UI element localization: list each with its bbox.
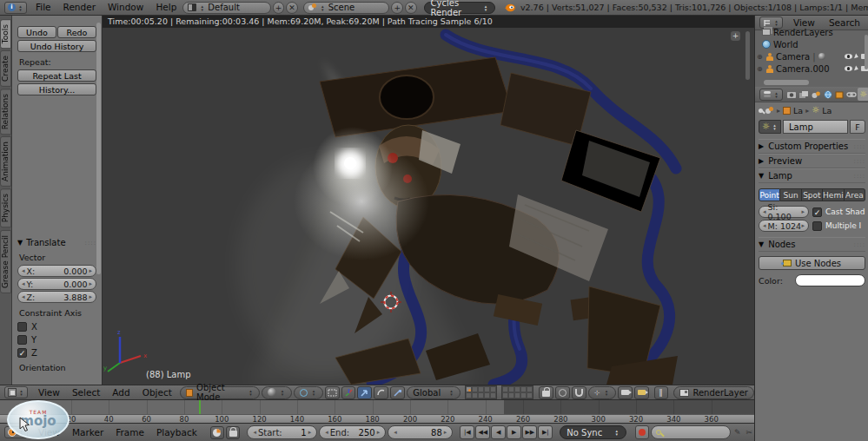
undo-button[interactable]: Undo [17,26,56,38]
layer-toggle[interactable] [520,392,527,398]
layer-toggle[interactable] [514,392,520,398]
scene-selector[interactable]: Scene [303,2,390,14]
pin-icon[interactable] [759,109,763,113]
mode-select[interactable]: Object Mode [180,386,260,399]
lamp-samples-field[interactable]: ◂ M: 1024 ▸ [759,220,809,232]
outliner-item-camera-000[interactable]: ⊕ Camera.000 [755,63,868,75]
shading-select[interactable] [262,386,292,399]
delete-keyframe-button[interactable]: ✂ [744,428,754,437]
topbar-menu-render[interactable]: Render [57,0,102,15]
tool-shelf-tab-create[interactable]: Create [0,50,11,87]
datablock-name-field[interactable]: Lamp [783,120,848,134]
delete-scene-button[interactable]: ✕ [405,2,417,14]
keying-set-field[interactable] [651,425,731,439]
current-frame-indicator[interactable] [199,400,201,414]
topbar-menu-help[interactable]: Help [149,0,182,15]
layer-toggle[interactable] [514,386,520,392]
jump-to-start-button[interactable]: |◀ [460,425,474,439]
lamp-type-button-spot[interactable]: Spot [802,188,823,201]
viewport-scrollbar[interactable] [745,31,750,80]
decrement-icon[interactable]: ◂ [394,429,397,436]
timeline-menu-playback[interactable]: Playback [150,425,203,440]
increment-icon[interactable]: ▸ [801,208,805,215]
tab-lamp-data[interactable]: ☼ [858,88,868,101]
viewport-menu-select[interactable]: Select [66,385,106,400]
decrement-icon[interactable]: ◂ [325,429,328,436]
layer-toggle[interactable] [472,386,478,392]
timeline-number-strip[interactable]: 2040608010012014016018020022024026028030… [0,414,754,423]
use-nodes-button[interactable]: Use Nodes [759,256,865,270]
transform-orientation-select[interactable]: Global [407,386,461,399]
redo-button[interactable]: Redo [57,26,96,38]
tab-constraints[interactable] [846,88,858,101]
translate-y-field[interactable]: ◂ Y: 0.000 ▸ [17,278,96,290]
visibility-eye-icon[interactable] [845,66,852,71]
layer-toggle[interactable] [502,386,508,392]
increment-icon[interactable]: ▸ [377,429,381,436]
timeline-menu-marker[interactable]: Marker [66,425,109,440]
layer-toggle[interactable] [527,386,533,392]
editor-type-info-button[interactable]: i [4,2,27,14]
history-button[interactable]: History... [17,83,96,95]
custom-properties-panel-header[interactable]: ▶ Custom Properties :::: [759,139,865,154]
outliner-item-world[interactable]: World [755,38,868,50]
panel-grip-icon[interactable]: :::: [854,241,865,248]
tool-shelf-tab-relations[interactable]: Relations [0,89,11,135]
render-engine-select[interactable]: Cycles Render [424,2,495,14]
render-opengl-anim-button[interactable] [634,386,649,399]
breadcrumb-object-label[interactable]: La [793,106,803,115]
frame-start-field[interactable]: ◂ Start: 1 ▸ [247,425,317,439]
layer-toggle[interactable] [478,386,484,392]
pivot-select[interactable] [294,386,323,399]
viewport-menu-object[interactable]: Object [136,385,178,400]
tool-shelf-tab-physics[interactable]: Physics [0,188,11,227]
panel-grip-icon[interactable]: :::: [854,173,865,180]
translate-x-field[interactable]: ◂ X: 0.000 ▸ [17,265,96,277]
increment-icon[interactable]: ▸ [89,280,92,287]
outliner-item-camera[interactable]: ⊕ Camera | [755,50,868,63]
constraint-axis-y[interactable]: Y [17,333,96,346]
timeline-menu-frame[interactable]: Frame [109,425,150,440]
color-swatch[interactable] [795,274,865,286]
constraint-axis-x[interactable]: X [17,320,96,333]
checkbox-icon[interactable] [17,322,27,332]
layer-toggle[interactable] [520,386,527,392]
lamp-panel-header[interactable]: ▼ Lamp :::: [759,168,865,183]
preview-panel-header[interactable]: ▶ Preview :::: [759,154,865,168]
topbar-menu-window[interactable]: Window [102,0,149,15]
increment-icon[interactable]: ▸ [89,293,92,300]
decrement-icon[interactable]: ◂ [763,222,766,229]
increment-icon[interactable]: ▸ [444,429,447,436]
tool-shelf-scrollbar[interactable] [96,23,101,274]
pause-render-button[interactable]: ‖ [654,386,669,399]
layer-toggle[interactable] [508,392,514,398]
pivot-align-toggle[interactable] [325,386,340,399]
panel-grip-icon[interactable]: :::: [854,158,865,165]
insert-keyframe-button[interactable]: ✎ [732,428,743,437]
lamp-type-button-point[interactable]: Point [759,188,780,201]
fake-user-button[interactable]: F [850,120,865,134]
topbar-menu-file[interactable]: File [30,0,57,15]
multiple-importance-checkbox[interactable] [812,221,822,231]
prev-keyframe-button[interactable]: ◀◀ [475,425,490,439]
manipulator-translate-button[interactable] [357,386,372,399]
add-layout-button[interactable]: + [273,2,285,14]
tab-object[interactable] [834,88,845,101]
render-layer-select[interactable]: RenderLayer [673,386,753,399]
viewport-menu-view[interactable]: View [32,385,66,400]
increment-icon[interactable]: ▸ [308,429,312,436]
decrement-icon[interactable]: ◂ [22,280,25,287]
tab-render-layers[interactable] [798,88,810,101]
checkbox-icon[interactable] [17,335,27,345]
snap-toggle-button[interactable] [572,386,586,399]
screen-layout-selector[interactable]: Default [182,2,270,14]
frame-end-field[interactable]: ◂ End: 250 ▸ [319,425,386,439]
tool-shelf-tab-grease-pencil[interactable]: Grease Pencil [0,230,11,293]
datablock-browse-button[interactable]: ☼ [759,120,781,134]
playback-range-button[interactable] [210,426,224,439]
layer-toggle[interactable] [490,386,496,392]
proportional-edit-button[interactable] [555,386,570,399]
timeline-ruler[interactable]: 2040608010012014016018020022024026028030… [0,400,754,423]
undo-history-button[interactable]: Undo History [17,40,96,52]
translate-panel-header[interactable]: ▼ Translate :::: [17,238,96,247]
